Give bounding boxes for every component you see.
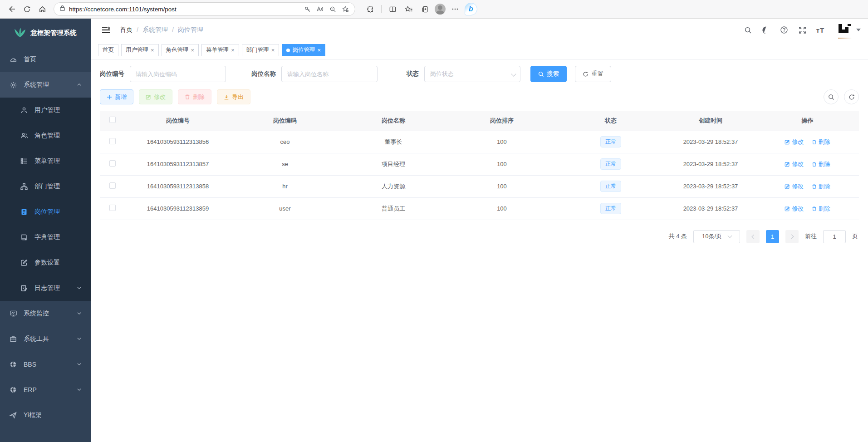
table-toolbar: 新增 修改 删除 导出	[100, 89, 859, 104]
tab-role-mgmt[interactable]: 角色管理×	[162, 44, 199, 56]
next-page-button[interactable]	[785, 230, 799, 243]
sidebar-item-users[interactable]: 用户管理	[0, 98, 91, 123]
post-code-input[interactable]	[130, 66, 226, 82]
status-badge: 正常	[600, 181, 621, 192]
add-favorite-icon[interactable]	[339, 3, 351, 15]
collapse-sidebar-icon[interactable]	[98, 22, 114, 38]
sidebar-item-home[interactable]: 首页	[0, 47, 91, 72]
sidebar-item-dictionary[interactable]: 字典管理	[0, 225, 91, 250]
status-label: 状态	[407, 70, 419, 78]
favorites-icon[interactable]	[402, 2, 416, 16]
address-bar[interactable]: https://ccnetcore.com:1101/system/post	[54, 2, 355, 16]
sidebar-item-parameters[interactable]: 参数设置	[0, 250, 91, 275]
cell-post-sort: 100	[447, 153, 556, 175]
row-checkbox[interactable]	[109, 160, 116, 167]
export-button[interactable]: 导出	[217, 89, 250, 104]
sidebar-item-yi-framework[interactable]: Yi框架	[0, 403, 91, 428]
user-avatar[interactable]	[837, 23, 853, 37]
row-delete-link[interactable]: 删除	[812, 205, 830, 213]
sidebar-item-bbs[interactable]: BBS	[0, 352, 91, 377]
user-menu[interactable]	[837, 23, 861, 37]
post-name-input[interactable]	[281, 66, 378, 82]
github-icon[interactable]	[761, 25, 771, 35]
row-delete-link[interactable]: 删除	[812, 160, 830, 168]
refresh-icon[interactable]	[20, 2, 34, 16]
sidebar-item-label: 角色管理	[34, 132, 60, 140]
table-row[interactable]: 1641030593112313857 se 项目经理 100 正常 2023-…	[100, 153, 859, 175]
font-size-icon[interactable]: тT	[815, 25, 825, 35]
breadcrumb-home[interactable]: 首页	[120, 26, 132, 34]
table-header-row: 岗位编号 岗位编码 岗位名称 岗位排序 状态 创建时间 操作	[100, 111, 859, 131]
sidebar-item-logs[interactable]: 日志管理	[0, 275, 91, 301]
tab-post-mgmt[interactable]: 岗位管理×	[282, 44, 325, 56]
tab-user-mgmt[interactable]: 用户管理×	[121, 44, 159, 56]
sidebar-item-menus[interactable]: 菜单管理	[0, 148, 91, 174]
row-edit-link[interactable]: 修改	[785, 205, 804, 213]
reset-button[interactable]: 重置	[575, 66, 611, 82]
breadcrumb-separator: /	[137, 26, 138, 34]
row-delete-link[interactable]: 删除	[812, 138, 830, 146]
close-icon[interactable]: ×	[317, 47, 321, 54]
cell-created: 2023-03-29 18:52:37	[665, 197, 756, 220]
profile-avatar[interactable]	[435, 4, 446, 15]
home-icon[interactable]	[35, 2, 49, 16]
row-edit-link[interactable]: 修改	[785, 182, 804, 191]
chevron-down-icon	[77, 386, 82, 393]
row-edit-link[interactable]: 修改	[785, 160, 804, 168]
row-delete-link[interactable]: 删除	[812, 182, 830, 191]
sidebar-item-system[interactable]: 系统管理	[0, 72, 91, 98]
zoom-out-icon[interactable]	[327, 3, 338, 15]
tab-home[interactable]: 首页	[98, 44, 118, 56]
sidebar-item-erp[interactable]: ERP	[0, 377, 91, 403]
sidebar-item-departments[interactable]: 部门管理	[0, 174, 91, 199]
status-badge: 正常	[600, 203, 621, 214]
status-select[interactable]: 岗位状态	[424, 66, 520, 82]
table-row[interactable]: 1641030593112313859 user 普通员工 100 正常 202…	[100, 197, 859, 220]
extensions-icon[interactable]	[363, 2, 377, 16]
close-icon[interactable]: ×	[231, 47, 235, 54]
goto-page-input[interactable]	[823, 230, 846, 243]
lock-icon	[59, 5, 65, 13]
fullscreen-icon[interactable]	[797, 25, 807, 35]
edit-button[interactable]: 修改	[139, 89, 172, 104]
collections-icon[interactable]	[418, 2, 432, 16]
sidebar-item-posts[interactable]: 岗位管理	[0, 199, 91, 225]
prev-page-button[interactable]	[746, 230, 760, 243]
active-dot	[286, 49, 290, 52]
row-edit-link[interactable]: 修改	[785, 138, 804, 146]
back-icon[interactable]	[5, 2, 18, 16]
page-number-1[interactable]: 1	[766, 230, 779, 243]
close-icon[interactable]: ×	[151, 47, 154, 54]
chevron-down-icon	[77, 361, 82, 368]
page-size-select[interactable]: 10条/页	[693, 230, 740, 243]
more-menu-icon[interactable]	[448, 2, 462, 16]
search-button[interactable]: 搜索	[530, 66, 567, 82]
cell-post-sort: 100	[447, 131, 556, 153]
tab-menu-mgmt[interactable]: 菜单管理×	[201, 44, 239, 56]
read-aloud-icon[interactable]	[314, 3, 326, 15]
split-screen-icon[interactable]	[386, 2, 399, 16]
cell-created: 2023-03-29 18:52:37	[665, 131, 756, 153]
refresh-table-button[interactable]	[844, 89, 859, 104]
row-checkbox[interactable]	[109, 138, 116, 144]
close-icon[interactable]: ×	[191, 47, 195, 54]
password-key-icon[interactable]	[301, 3, 313, 15]
show-search-toggle-button[interactable]	[824, 89, 839, 104]
row-checkbox[interactable]	[109, 205, 116, 211]
sidebar-item-monitor[interactable]: 系统监控	[0, 301, 91, 326]
table-row[interactable]: 1641030593112313856 ceo 董事长 100 正常 2023-…	[100, 131, 859, 153]
tab-dept-mgmt[interactable]: 部门管理×	[242, 44, 280, 56]
plus-icon	[107, 94, 112, 100]
select-all-checkbox[interactable]	[109, 117, 116, 123]
add-button[interactable]: 新增	[100, 89, 133, 104]
header-search-icon[interactable]	[743, 25, 753, 35]
close-icon[interactable]: ×	[271, 47, 275, 54]
help-icon[interactable]	[779, 25, 789, 35]
table-row[interactable]: 1641030593112313858 hr 人力资源 100 正常 2023-…	[100, 175, 859, 197]
sidebar-item-tools[interactable]: 系统工具	[0, 326, 91, 352]
sidebar-item-roles[interactable]: 角色管理	[0, 123, 91, 148]
row-checkbox[interactable]	[109, 182, 116, 189]
url-text[interactable]: https://ccnetcore.com:1101/system/post	[69, 6, 298, 13]
delete-button[interactable]: 删除	[178, 89, 211, 104]
copilot-icon[interactable]: b	[465, 3, 477, 15]
